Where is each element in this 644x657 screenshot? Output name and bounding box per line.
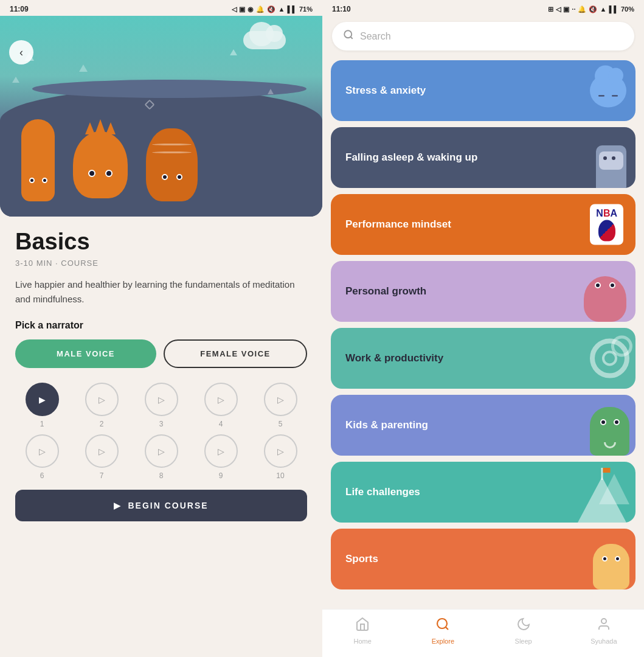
- nav-home-label: Home: [353, 638, 371, 645]
- category-label-life: Life challenges: [345, 486, 420, 498]
- cloud-eye-l: [598, 96, 604, 97]
- episode-circle-4[interactable]: ▷: [204, 383, 238, 416]
- battery-right: 70%: [621, 5, 634, 13]
- nav-profile-label: Syuhada: [590, 638, 617, 645]
- flag-pole: [601, 468, 603, 480]
- kids-deco: [590, 407, 629, 456]
- triangle-deco-2: [12, 77, 19, 83]
- play-icon-8: ▷: [158, 447, 165, 456]
- category-card-personal[interactable]: Personal growth: [331, 261, 635, 322]
- episode-circle-9[interactable]: ▷: [204, 434, 238, 468]
- wifi-icon: ▲: [278, 5, 285, 13]
- time-right: 11:10: [332, 5, 351, 13]
- episode-number-4: 4: [219, 420, 223, 428]
- category-card-sports[interactable]: Sports: [331, 529, 635, 589]
- episode-grid-row1: ▶ 1 ▷ 2 ▷ 3 ▷ 4: [15, 383, 307, 428]
- photo-icon: ⊞: [548, 5, 553, 13]
- search-placeholder[interactable]: Search: [360, 31, 391, 42]
- category-card-stress[interactable]: Stress & anxiety: [331, 60, 635, 121]
- episode-circle-7[interactable]: ▷: [85, 434, 119, 468]
- play-icon-6: ▷: [39, 447, 46, 456]
- pillow-body: [596, 145, 626, 188]
- episode-circle-1[interactable]: ▶: [26, 383, 59, 416]
- eye3-right: [176, 174, 182, 180]
- play-icon-5: ▷: [277, 395, 284, 405]
- personal-creature: [584, 276, 626, 322]
- nav-explore-label: Explore: [432, 638, 454, 645]
- episode-circle-5[interactable]: ▷: [264, 383, 297, 416]
- stress-deco: [590, 74, 626, 108]
- eye-right: [42, 178, 47, 183]
- category-card-work[interactable]: Work & productivity: [331, 328, 635, 389]
- episode-item-1: ▶ 1: [15, 383, 69, 428]
- female-voice-button[interactable]: FEMALE VOICE: [164, 339, 307, 368]
- nav-sleep[interactable]: Sleep: [483, 614, 564, 647]
- nav-home[interactable]: Home: [322, 614, 403, 647]
- episode-circle-6[interactable]: ▷: [26, 434, 59, 468]
- left-panel: 11:09 ◁ ▣ ◉ 🔔 🔇 ▲ ▌▌ 71% ‹: [0, 0, 322, 657]
- episode-circle-10[interactable]: ▷: [264, 434, 297, 468]
- wave-line-1: [152, 144, 192, 145]
- episode-item-9: ▷ 9: [194, 434, 248, 480]
- spike-2: [95, 119, 105, 133]
- category-label-stress: Stress & anxiety: [345, 85, 426, 97]
- category-card-life[interactable]: Life challenges: [331, 462, 635, 523]
- nav-sleep-label: Sleep: [515, 638, 532, 645]
- eye3-left: [162, 174, 168, 180]
- personal-eye-l: [595, 282, 601, 288]
- eye-left: [29, 178, 35, 183]
- search-icon: [343, 29, 354, 43]
- svg-line-1: [350, 36, 352, 38]
- creature-1-eyes: [29, 178, 47, 183]
- category-card-performance[interactable]: Performance mindset NBA: [331, 194, 635, 255]
- signal-icon-r: ▌▌: [609, 5, 618, 13]
- episode-circle-8[interactable]: ▷: [145, 434, 178, 468]
- personal-deco: [584, 276, 626, 322]
- sleep-eyes: [603, 156, 615, 160]
- wifi-icon-r: ▲: [600, 5, 606, 13]
- dots-icon: ··: [572, 5, 575, 13]
- alarm-icon: 🔔: [256, 5, 265, 13]
- male-voice-button[interactable]: MALE VOICE: [15, 339, 156, 368]
- svg-point-2: [437, 619, 447, 628]
- category-card-sleep[interactable]: Falling asleep & waking up: [331, 127, 635, 188]
- svg-point-0: [344, 30, 351, 38]
- back-button[interactable]: ‹: [9, 40, 33, 64]
- episode-number-3: 3: [159, 420, 164, 428]
- category-label-performance: Performance mindset: [345, 218, 451, 231]
- home-icon: [355, 617, 370, 635]
- content-area: Basics 3-10 MIN · COURSE Live happier an…: [0, 217, 322, 657]
- kids-creature: [590, 407, 629, 456]
- right-panel: 11:10 ⊞ ◁ ▣ ·· 🔔 🔇 ▲ ▌▌ 70% Search: [322, 0, 644, 657]
- nav-explore[interactable]: Explore: [403, 614, 483, 647]
- play-icon-2: ▷: [99, 395, 105, 405]
- episode-item-10: ▷ 10: [254, 434, 307, 480]
- play-icon-9: ▷: [218, 447, 224, 456]
- episode-number-6: 6: [40, 471, 44, 480]
- time-left: 11:09: [10, 5, 29, 13]
- episode-grid-row2: ▷ 6 ▷ 7 ▷ 8 ▷ 9: [15, 434, 307, 480]
- episode-circle-3[interactable]: ▷: [145, 383, 178, 416]
- episode-item-5: ▷ 5: [254, 383, 307, 428]
- episode-circle-2[interactable]: ▷: [85, 383, 119, 416]
- category-card-kids[interactable]: Kids & parenting: [331, 395, 635, 456]
- course-title: Basics: [15, 229, 307, 255]
- status-bar-left: 11:09 ◁ ▣ ◉ 🔔 🔇 ▲ ▌▌ 71%: [0, 0, 322, 16]
- wave-line-2: [152, 151, 192, 153]
- sports-eye-l: [602, 556, 608, 561]
- episode-number-2: 2: [100, 420, 104, 428]
- narrator-label: Pick a narrator: [15, 320, 307, 331]
- bottom-nav: Home Explore Sleep: [322, 609, 644, 657]
- search-bar[interactable]: Search: [332, 22, 634, 50]
- arrow-icon-r: ◁: [556, 5, 561, 13]
- kids-eye-l: [600, 419, 606, 425]
- nav-profile[interactable]: Syuhada: [564, 614, 644, 647]
- play-icon-7: ▷: [99, 447, 105, 456]
- play-icon-4: ▷: [218, 395, 224, 405]
- pillow-top: [599, 151, 623, 170]
- search-bar-container: Search: [322, 16, 644, 58]
- sports-eye-r: [615, 556, 620, 561]
- personal-eyes: [595, 282, 615, 288]
- episode-number-9: 9: [219, 471, 223, 480]
- begin-course-button[interactable]: ▶ BEGIN COURSE: [15, 490, 307, 521]
